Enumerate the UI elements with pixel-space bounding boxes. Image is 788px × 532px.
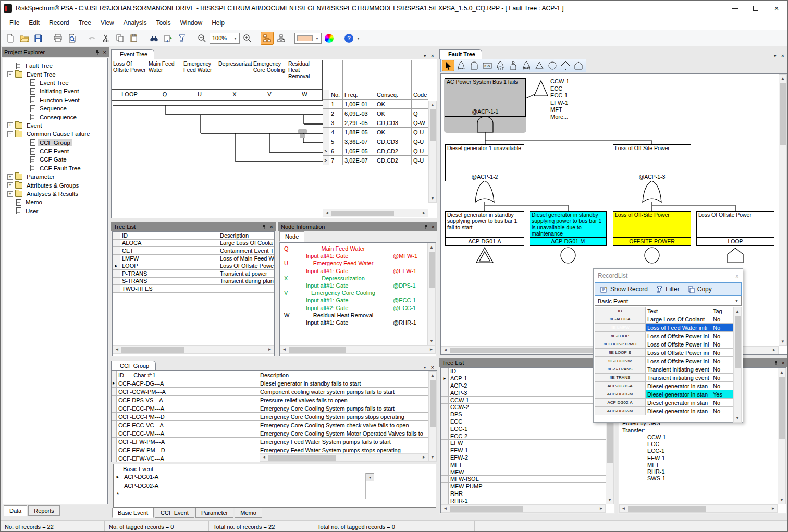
xor-gate-tool-button[interactable] [520,60,533,71]
record-list-titlebar[interactable]: RecordList x [594,269,743,282]
close-panel-icon[interactable]: × [431,365,434,370]
close-button[interactable]: × [773,5,780,12]
tab-memo[interactable]: Memo [235,508,262,518]
tab-ccf-event[interactable]: CCF Event [155,508,194,518]
table-row[interactable]: ALOCALarge Loss Of Coola [113,240,274,248]
filter-button[interactable] [176,32,189,45]
gate-node-id[interactable]: @ACP-1-2 [445,172,524,181]
scroll-up-button[interactable]: ▲ [429,372,436,379]
table-row[interactable]: !IELOOP-PTRMOLoss of Offsite Power iniNo [595,340,733,349]
table-row[interactable]: 32,29E-05CD,CD3Q-W [323,118,428,128]
tab-basic-event[interactable]: Basic Event [112,508,154,518]
table-row[interactable]: !IE-LOOPLoss of Offsite Power iniNo [595,332,733,340]
house-event-tool-button[interactable] [572,60,585,71]
column-header[interactable] [113,232,120,239]
event-tree-branches[interactable] [112,101,323,210]
table-row[interactable]: CCF-CCW-PM---AComponent cooling water sy… [112,388,428,396]
table-row[interactable]: ►ACP-1 [441,375,606,382]
scroll-left-button[interactable]: ◄ [323,209,331,217]
transfer-reference[interactable]: More... [550,114,569,121]
table-row[interactable]: MFT [441,461,606,468]
table-row[interactable]: ACP-DG02-MDiesel generator in stanNo [595,407,733,415]
scroll-right-button[interactable]: ► [770,347,778,354]
menu-item[interactable]: File [5,17,24,29]
scroll-down-button[interactable]: ▼ [734,414,741,422]
expand-icon[interactable]: + [7,122,13,128]
tree-item-initiating-event[interactable]: Initiating Event [3,87,107,95]
chevron-down-icon[interactable]: ▼ [366,473,374,481]
tree-item-attributes-groups[interactable]: +Attributes & Groups [3,181,107,189]
close-popup-icon[interactable]: x [736,273,739,279]
tree-item-parameter[interactable]: +Parameter [3,172,107,181]
table-row[interactable]: >61,05E-05CD,CD2Q-U [323,146,428,156]
scroll-down-button[interactable]: ▼ [778,496,785,504]
table-row[interactable]: P-TRANSTransient at power [113,270,274,278]
close-panel-icon[interactable]: × [432,224,435,230]
event-node-description[interactable]: Loss of Off-Site Power [613,211,691,238]
tree-layout-alt-button[interactable] [275,32,288,45]
basic-event-value[interactable]: ACP-DG02-A [122,481,366,490]
menu-item[interactable]: Record [44,17,74,29]
tree-layout-button[interactable] [261,32,274,45]
menu-item[interactable]: View [96,17,119,29]
scroll-up-button[interactable]: ▲ [779,75,786,82]
basic-event-new-row[interactable]: * [114,490,436,499]
table-row[interactable]: CCW-1 [441,397,606,404]
scroll-right-button[interactable]: ► [420,454,428,461]
menu-item[interactable]: Analysis [119,17,152,29]
table-row[interactable]: 41,88E-05OKQ-U [323,128,428,137]
table-row[interactable]: MFW [441,468,606,476]
tree-item-ccf-fault-tree[interactable]: CCF Fault Tree [3,164,107,172]
table-row[interactable]: CCF-ECC-VC---AEmergency Core Cooling Sys… [112,421,428,429]
transfer-item[interactable]: SWS-1 [622,475,786,482]
table-row[interactable]: ►CCF-ACP-DG---ADiesel generator in stand… [112,379,428,388]
scroll-left-button[interactable]: ◄ [441,505,449,512]
print-button[interactable] [52,32,65,45]
menu-item[interactable]: Help [207,17,229,29]
column-header[interactable] [323,90,329,99]
transfer-item[interactable]: CCW-1 [622,434,786,441]
inhibit-gate-tool-button[interactable] [507,60,520,71]
table-row[interactable]: !IE-TRANSTransient initiating eventNo [595,374,733,382]
transfer-reference[interactable]: EFW-1 [550,100,569,107]
horizontal-scrollbar[interactable]: ◄ ► [619,504,778,513]
tree-item-ccf-event[interactable]: CCF Event [3,147,107,155]
filter-button[interactable]: Filter [653,284,683,294]
scroll-left-button[interactable]: ◄ [620,505,627,512]
scroll-thumb[interactable] [628,506,706,512]
undo-button[interactable] [85,32,98,45]
horizontal-scrollbar[interactable]: ◄ ► [113,345,274,354]
zoom-out-button[interactable] [195,32,208,45]
copy-button[interactable] [114,32,127,45]
table-row[interactable]: !IE-LOOP-SLoss of Offsite Power iniNo [595,349,733,357]
basic-event-row[interactable]: ACP-DG02-A [114,481,436,490]
table-row[interactable]: EFW-2 [441,454,606,462]
new-file-button[interactable] [4,32,17,45]
vote-gate-tool-button[interactable] [494,60,507,71]
paste-button[interactable] [128,32,141,45]
function-event-column[interactable]: Main Feed WaterQ [147,60,182,100]
scroll-down-button[interactable]: ▼ [779,338,786,345]
vertical-scrollbar[interactable]: ▲ ▼ [428,101,437,203]
tree-item-fault-tree[interactable]: Fault Tree [3,61,107,70]
table-row[interactable]: ACP-DG02-ADiesel generator in stanNo [595,399,733,407]
scroll-down-button[interactable]: ▼ [429,453,436,461]
scroll-thumb[interactable] [779,377,785,439]
column-header[interactable]: ID [595,307,646,315]
scroll-thumb[interactable] [735,316,741,368]
tree-item-function-event[interactable]: Function Event [3,96,107,104]
column-header[interactable]: Code [412,90,428,99]
tree-item-sequence[interactable]: Sequence [3,104,107,113]
event-node-id[interactable]: ACP-DG01-A [445,237,524,246]
color-wheel-button[interactable] [323,32,336,45]
record-list-button[interactable] [162,32,175,45]
menu-item[interactable]: Window [175,17,207,29]
tab-reports[interactable]: Reports [28,505,60,516]
pin-icon[interactable] [262,224,267,230]
scroll-thumb[interactable] [331,211,394,216]
record-type-select[interactable]: Basic Event ▼ [595,296,742,306]
collapse-icon[interactable]: − [7,71,13,77]
copy-button[interactable]: Copy [685,284,715,294]
table-row[interactable]: >73,02E-07CD,CD2Q-U [323,156,428,165]
column-header[interactable]: ID Char #:1 [117,371,258,379]
